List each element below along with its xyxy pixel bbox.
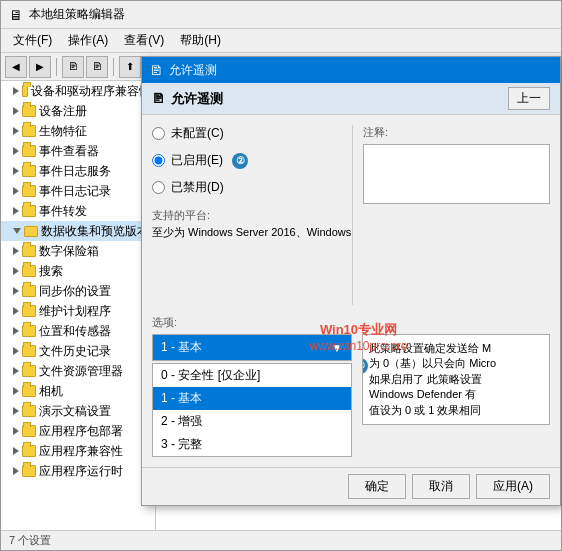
- folder-icon: [22, 145, 36, 157]
- up-button[interactable]: ⬆: [119, 56, 141, 78]
- menu-help[interactable]: 帮助(H): [172, 30, 229, 51]
- sidebar-item-label: 事件日志记录: [39, 183, 111, 200]
- expand-icon: [13, 347, 19, 355]
- badge-2: ②: [232, 153, 248, 169]
- dropdown-item-0[interactable]: 0 - 安全性 [仅企业]: [153, 364, 351, 387]
- sidebar-item-devices[interactable]: 设备和驱动程序兼容性: [1, 81, 155, 101]
- sidebar-item-label: 数字保险箱: [39, 243, 99, 260]
- expand-icon: [13, 228, 21, 234]
- dropdown-arrow-icon: ▼: [331, 341, 343, 355]
- menu-file[interactable]: 文件(F): [5, 30, 60, 51]
- sidebar-item-eventlog-svc[interactable]: 事件日志服务: [1, 161, 155, 181]
- radio-unconfigured[interactable]: 未配置(C): [152, 125, 352, 142]
- expand-icon: [13, 127, 19, 135]
- sidebar-item-eventviewer[interactable]: 事件查看器: [1, 141, 155, 161]
- expand-icon: [13, 207, 19, 215]
- folder-icon: [22, 465, 36, 477]
- sidebar-item-digital[interactable]: 数字保险箱: [1, 241, 155, 261]
- dialog-body: 🖹 允许遥测 上一 未配置(C): [142, 83, 560, 505]
- dropdown-item-2[interactable]: 2 - 增强: [153, 410, 351, 433]
- sidebar-item-datacollect[interactable]: 数据收集和预览版本: [1, 221, 155, 241]
- sidebar-item-label: 相机: [39, 383, 63, 400]
- expand-icon: [13, 147, 19, 155]
- folder-icon: [22, 165, 36, 177]
- description-box: 此策略设置确定发送给 M为 0（基）以只会向 Micro如果启用了 此策略设置W…: [362, 334, 550, 425]
- radio-unconfigured-input[interactable]: [152, 127, 165, 140]
- radio-enabled-input[interactable]: [152, 154, 165, 167]
- menu-view[interactable]: 查看(V): [116, 30, 172, 51]
- menu-action[interactable]: 操作(A): [60, 30, 116, 51]
- sidebar-item-label: 设备和驱动程序兼容性: [31, 83, 151, 100]
- dropdown-item-1[interactable]: 1 - 基本: [153, 387, 351, 410]
- ok-button[interactable]: 确定: [348, 474, 406, 499]
- expand-icon: [13, 287, 19, 295]
- cancel-button[interactable]: 取消: [412, 474, 470, 499]
- window-title: 本地组策略编辑器: [29, 6, 125, 23]
- sidebar-item-eventlog-rec[interactable]: 事件日志记录: [1, 181, 155, 201]
- radio-group: 未配置(C) 已启用(E) ② 已禁用(D): [152, 125, 352, 196]
- sidebar-item-reg[interactable]: 设备注册: [1, 101, 155, 121]
- dropdown-selected-text: 1 - 基本: [161, 339, 202, 356]
- dialog-title-icon: 🖹: [150, 63, 163, 78]
- sidebar-item-label: 位置和传感器: [39, 323, 111, 340]
- prev-button[interactable]: 上一: [508, 87, 550, 110]
- status-bar: 7 个设置: [1, 530, 561, 550]
- dropdown-items: 0 - 安全性 [仅企业] 1 - 基本 2 - 增强 3 - 完整: [152, 363, 352, 457]
- sidebar-item-label: 文件历史记录: [39, 343, 111, 360]
- sidebar-item-label: 事件日志服务: [39, 163, 111, 180]
- description-content: 此策略设置确定发送给 M为 0（基）以只会向 Micro如果启用了 此策略设置W…: [369, 342, 496, 416]
- dropdown-item-3[interactable]: 3 - 完整: [153, 433, 351, 456]
- note-box[interactable]: [363, 144, 550, 204]
- sidebar-item-maintenance[interactable]: 维护计划程序: [1, 301, 155, 321]
- sidebar-item-search[interactable]: 搜索: [1, 261, 155, 281]
- sidebar-item-label: 设备注册: [39, 103, 87, 120]
- folder-icon: [22, 265, 36, 277]
- dropdown-box[interactable]: 1 - 基本 ▼: [152, 334, 352, 361]
- expand-icon: [13, 107, 19, 115]
- dialog-header-label: 允许遥测: [171, 90, 223, 108]
- supported-platform: 支持的平台: 至少为 Windows Server 2016、Windows: [152, 208, 352, 240]
- radio-enabled-label: 已启用(E): [171, 152, 223, 169]
- back-button[interactable]: ◀: [5, 56, 27, 78]
- sidebar-item-label: 搜索: [39, 263, 63, 280]
- sidebar-item-label: 数据收集和预览版本: [41, 223, 149, 240]
- apply-button[interactable]: 应用(A): [476, 474, 550, 499]
- sidebar-item-appcompat[interactable]: 应用程序兼容性: [1, 441, 155, 461]
- dialog-settings[interactable]: 🖹 允许遥测 🖹 允许遥测 上一: [141, 56, 561, 506]
- radio-enabled[interactable]: 已启用(E) ②: [152, 152, 352, 169]
- sidebar-item-label: 事件转发: [39, 203, 87, 220]
- sidebar-item-label: 应用程序运行时: [39, 463, 123, 480]
- radio-disabled[interactable]: 已禁用(D): [152, 179, 352, 196]
- expand-icon: [13, 167, 19, 175]
- expand-icon: [13, 387, 19, 395]
- dialog-header-icon: 🖹: [152, 91, 165, 106]
- sidebar-item-label: 维护计划程序: [39, 303, 111, 320]
- forward-button[interactable]: ▶: [29, 56, 51, 78]
- browse-button-1[interactable]: 🖹: [62, 56, 84, 78]
- expand-icon: [13, 307, 19, 315]
- sidebar-item-appruntime[interactable]: 应用程序运行时: [1, 461, 155, 481]
- title-bar: 🖥 本地组策略编辑器: [1, 1, 561, 29]
- sidebar-item-location[interactable]: 位置和传感器: [1, 321, 155, 341]
- sidebar-item-camera[interactable]: 相机: [1, 381, 155, 401]
- browse-button-2[interactable]: 🖹: [86, 56, 108, 78]
- folder-icon: [22, 85, 28, 97]
- expand-icon: [13, 367, 19, 375]
- sidebar-item-sync[interactable]: 同步你的设置: [1, 281, 155, 301]
- sidebar-item-eventfwd[interactable]: 事件转发: [1, 201, 155, 221]
- expand-icon: [13, 407, 19, 415]
- radio-disabled-input[interactable]: [152, 181, 165, 194]
- sidebar-item-presentation[interactable]: 演示文稿设置: [1, 401, 155, 421]
- app-icon: 🖥: [9, 7, 23, 23]
- platform-value: 至少为 Windows Server 2016、Windows: [152, 225, 352, 240]
- folder-icon: [22, 405, 36, 417]
- sidebar-item-filehistory[interactable]: 文件历史记录: [1, 341, 155, 361]
- sidebar-item-bio[interactable]: 生物特征: [1, 121, 155, 141]
- folder-icon: [22, 305, 36, 317]
- separator-1: [56, 58, 57, 76]
- sidebar-item-appdeploy[interactable]: 应用程序包部署: [1, 421, 155, 441]
- folder-icon: [22, 425, 36, 437]
- dropdown-selected[interactable]: 1 - 基本 ▼: [153, 335, 351, 360]
- menu-bar: 文件(F) 操作(A) 查看(V) 帮助(H): [1, 29, 561, 53]
- sidebar-item-explorer[interactable]: 文件资源管理器: [1, 361, 155, 381]
